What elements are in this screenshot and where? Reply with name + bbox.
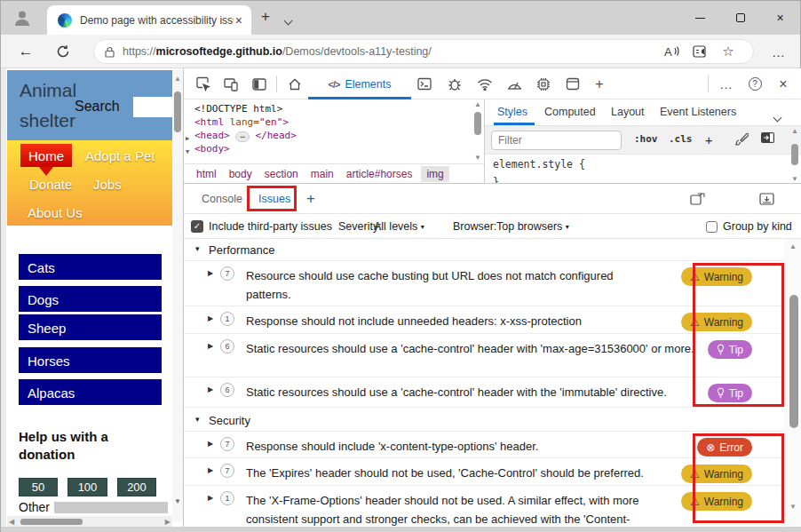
expand-panel-button[interactable] [760,131,775,144]
read-aloud-button[interactable]: A [657,45,686,58]
console-tool-button[interactable] [413,68,436,99]
scroll-down-icon[interactable]: ▼ [789,504,797,511]
performance-tool-button[interactable] [503,68,526,99]
url-text[interactable]: https://microsoftedge.github.io/Demos/de… [123,45,657,58]
issue-row[interactable]: ▶ 7 Response should include 'x-content-t… [184,432,784,458]
scroll-up-icon[interactable]: ▲ [174,75,181,83]
inspect-element-button[interactable] [191,68,214,99]
category-button-horses[interactable]: Horses [19,347,162,373]
focus-mode-button[interactable] [248,68,271,99]
styles-scrollbar[interactable]: ▲ ▼ [789,128,800,183]
other-amount-input[interactable] [54,502,168,513]
drawer-add-tab-button[interactable]: + [306,184,315,214]
section-header-security[interactable]: ▾ Security [184,408,784,432]
page-vertical-scrollbar[interactable]: ▲ ▼ [172,70,183,521]
open-in-new-panel-button[interactable] [690,193,705,205]
minimize-button[interactable] [680,1,720,35]
maximize-button[interactable] [720,1,760,35]
tab-elements[interactable]: </> Elements [308,68,411,99]
collapsed-content-icon[interactable]: … [235,131,249,142]
issue-row[interactable]: ▶ 1 Response should not include unneeded… [184,306,784,334]
section-collapse-icon[interactable]: ▾ [195,244,200,253]
expand-arrow-icon[interactable]: ▶ [208,342,213,350]
expand-arrow-icon[interactable]: ▶ [186,132,189,146]
back-button[interactable]: ← [13,35,38,68]
breadcrumb-body[interactable]: body [229,168,252,180]
expand-arrow-icon[interactable]: ▶ [208,494,213,502]
tab-styles[interactable]: Styles [497,99,527,124]
issue-row[interactable]: ▶ 7 The 'Expires' header should not be u… [184,458,784,486]
refresh-button[interactable] [51,35,75,68]
donation-button-50[interactable]: 50 [19,478,58,496]
include-third-party-label[interactable]: Include third-party issues [209,220,332,233]
section-collapse-icon[interactable]: ▾ [195,415,200,424]
dom-body-node[interactable]: <body> [194,142,230,155]
memory-tool-button[interactable] [532,68,555,99]
group-by-kind-label[interactable]: Group by kind [723,220,792,233]
collapse-arrow-icon[interactable]: ▼ [186,146,189,159]
category-button-dogs[interactable]: Dogs [19,286,162,312]
donation-button-100[interactable]: 100 [67,478,107,496]
breadcrumb-main[interactable]: main [311,168,334,180]
section-header-performance[interactable]: ▾ Performance [184,239,784,261]
expand-arrow-icon[interactable]: ▶ [208,385,213,393]
issue-row[interactable]: ▶ 6 Static resources should use a 'cache… [184,334,784,377]
new-tab-button[interactable]: + [261,8,270,26]
breadcrumb-section[interactable]: section [265,168,298,180]
tab-layout[interactable]: Layout [611,99,645,124]
issue-row[interactable]: ▶ 7 Resource should use cache busting bu… [184,261,784,306]
tabs-overflow-chevron-icon[interactable] [774,108,781,124]
favorites-star-icon[interactable]: ☆ [714,44,742,60]
scroll-up-icon[interactable]: ▲ [474,101,481,108]
nav-about-link[interactable]: About Us [28,205,83,220]
address-bar[interactable]: https://microsoftedge.github.io/Demos/de… [93,39,754,64]
scroll-down-icon[interactable]: ▼ [174,498,181,505]
horizontal-scroll-thumb[interactable] [20,519,83,525]
element-style-rule[interactable]: element.style { [493,158,585,171]
browser-tab[interactable]: Demo page with accessibility issu × [47,5,251,35]
window-close-button[interactable]: × [760,1,800,35]
category-button-cats[interactable]: Cats [19,254,162,280]
dom-scroll-thumb[interactable] [474,112,481,135]
reading-mode-button[interactable] [686,45,714,58]
tab-computed[interactable]: Computed [544,99,596,124]
application-tool-button[interactable] [561,68,584,99]
dom-head-node[interactable]: <head> … </head> [194,129,297,142]
scroll-down-icon[interactable]: ▼ [791,176,798,183]
vertical-scroll-thumb[interactable] [174,91,181,132]
category-button-sheep[interactable]: Sheep [19,314,162,340]
device-emulation-button[interactable] [219,68,242,99]
tab-event-listeners[interactable]: Event Listeners [660,99,736,124]
home-tool-button[interactable] [283,68,306,99]
nav-home-link[interactable]: Home [20,144,72,167]
group-by-kind-checkbox[interactable] [706,221,718,233]
breadcrumb-img[interactable]: img [421,166,448,182]
category-button-alpacas[interactable]: Alpacas [19,379,162,405]
tab-close-icon[interactable]: × [234,13,244,28]
dom-html-node[interactable]: <html lang="en"> [194,115,289,129]
customize-devtools-button[interactable]: … [715,68,738,99]
more-tools-button[interactable]: + [588,68,611,99]
donation-button-200[interactable]: 200 [117,478,156,496]
devtools-help-button[interactable]: ? [743,68,766,99]
profile-avatar[interactable] [8,4,36,31]
scroll-down-icon[interactable]: ▼ [474,155,481,162]
tab-issues[interactable]: Issues [258,184,290,214]
settings-more-button[interactable]: … [766,35,791,68]
breadcrumb-article[interactable]: article#horses [346,168,413,180]
expand-arrow-icon[interactable]: ▶ [208,269,213,277]
toggle-class-button[interactable]: .cls [669,133,693,145]
nav-jobs-link[interactable]: Jobs [93,177,122,192]
expand-arrow-icon[interactable]: ▶ [208,314,213,322]
issues-scroll-thumb[interactable] [789,295,798,428]
expand-arrow-icon[interactable]: ▶ [208,440,213,448]
dom-vertical-scrollbar[interactable]: ▲ ▼ [472,101,483,162]
scroll-right-icon[interactable]: ▶ [165,519,171,526]
tab-console[interactable]: Console [202,184,242,214]
scroll-up-icon[interactable]: ▲ [789,243,797,250]
scroll-left-icon[interactable]: ◀ [9,519,14,526]
severity-dropdown[interactable]: All levels ▾ [374,220,424,233]
browser-dropdown[interactable]: Top browsers ▾ [496,220,569,233]
brush-icon[interactable] [735,131,749,146]
expand-arrow-icon[interactable]: ▶ [208,466,213,474]
